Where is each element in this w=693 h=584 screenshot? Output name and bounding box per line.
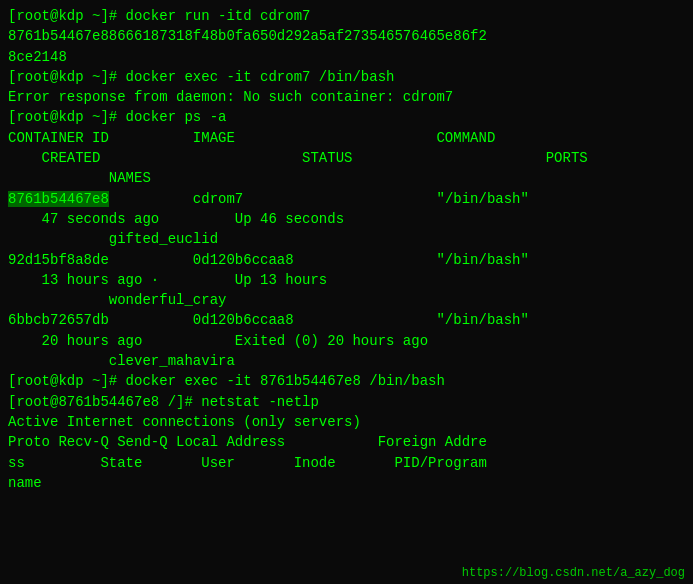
watermark: https://blog.csdn.net/a_azy_dog — [462, 566, 685, 580]
terminal-line: Proto Recv-Q Send-Q Local Address Foreig… — [8, 432, 685, 452]
terminal-line: 47 seconds ago Up 46 seconds — [8, 209, 685, 229]
terminal-line: [root@kdp ~]# docker exec -it cdrom7 /bi… — [8, 67, 685, 87]
terminal-line: Error response from daemon: No such cont… — [8, 87, 685, 107]
terminal-line: 8ce2148 — [8, 47, 685, 67]
terminal-line: 20 hours ago Exited (0) 20 hours ago — [8, 331, 685, 351]
terminal-line: 6bbcb72657db 0d120b6ccaa8 "/bin/bash" — [8, 310, 685, 330]
terminal-line: [root@kdp ~]# docker exec -it 8761b54467… — [8, 371, 685, 391]
terminal-line: wonderful_cray — [8, 290, 685, 310]
terminal-line: Active Internet connections (only server… — [8, 412, 685, 432]
terminal-line: 13 hours ago · Up 13 hours — [8, 270, 685, 290]
terminal-line: gifted_euclid — [8, 229, 685, 249]
terminal-line: [root@8761b54467e8 /]# netstat -netlp — [8, 392, 685, 412]
terminal-line: CONTAINER ID IMAGE COMMAND — [8, 128, 685, 148]
terminal-window: [root@kdp ~]# docker run -itd cdrom78761… — [0, 0, 693, 584]
terminal-line: ss State User Inode PID/Program — [8, 453, 685, 473]
terminal-line: name — [8, 473, 685, 493]
terminal-line: 8761b54467e88666187318f48b0fa650d292a5af… — [8, 26, 685, 46]
terminal-line: 92d15bf8a8de 0d120b6ccaa8 "/bin/bash" — [8, 250, 685, 270]
terminal-line: CREATED STATUS PORTS — [8, 148, 685, 168]
terminal-line: 8761b54467e8 cdrom7 "/bin/bash" — [8, 189, 685, 209]
terminal-line: NAMES — [8, 168, 685, 188]
terminal-line: [root@kdp ~]# docker ps -a — [8, 107, 685, 127]
terminal-line: clever_mahavira — [8, 351, 685, 371]
terminal-line: [root@kdp ~]# docker run -itd cdrom7 — [8, 6, 685, 26]
